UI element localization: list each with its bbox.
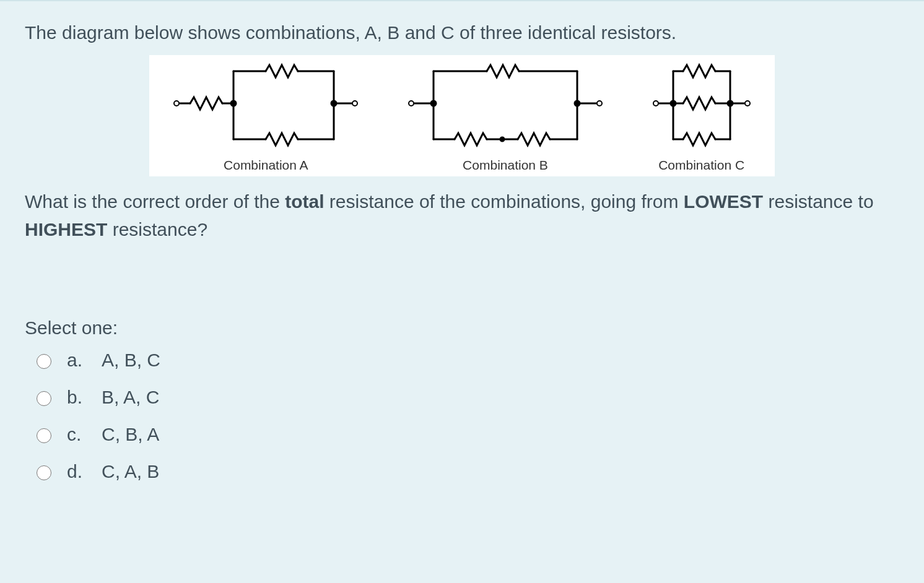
prompt-pre: What is the correct order of the xyxy=(25,191,285,212)
answers-block: Select one: a. A, B, C b. B, A, C c. C, … xyxy=(25,317,899,482)
combination-a-circuit xyxy=(173,60,359,153)
option-d-radio[interactable] xyxy=(37,465,51,480)
combination-a-caption: Combination A xyxy=(173,158,359,173)
combination-b-panel: Combination B xyxy=(406,60,604,173)
option-b-text: B, A, C xyxy=(102,387,159,408)
combination-c-panel: Combination C xyxy=(652,60,751,173)
combination-b-caption: Combination B xyxy=(406,158,604,173)
circuit-diagram-container: Combination A xyxy=(149,55,775,176)
svg-point-27 xyxy=(409,101,414,106)
svg-point-43 xyxy=(745,101,750,106)
svg-point-42 xyxy=(653,101,658,106)
svg-point-12 xyxy=(174,101,179,106)
combination-b-circuit xyxy=(406,60,604,153)
prompt-mid2: resistance to xyxy=(763,191,873,212)
option-a-text: A, B, C xyxy=(102,350,160,371)
option-c-letter: c. xyxy=(67,424,88,445)
combination-c-circuit xyxy=(652,60,751,153)
option-b[interactable]: b. B, A, C xyxy=(33,387,899,408)
svg-point-22 xyxy=(500,137,504,141)
select-one-label: Select one: xyxy=(25,317,899,339)
combination-a-panel: Combination A xyxy=(173,60,359,173)
prompt-end: resistance? xyxy=(107,219,207,240)
prompt-bold-lowest: LOWEST xyxy=(684,191,763,212)
question-page: The diagram below shows combinations, A,… xyxy=(0,0,924,583)
svg-point-28 xyxy=(597,101,602,106)
option-d-text: C, A, B xyxy=(102,461,159,482)
option-a-radio[interactable] xyxy=(37,354,51,369)
question-prompt: What is the correct order of the total r… xyxy=(25,188,899,243)
prompt-bold-highest: HIGHEST xyxy=(25,219,107,240)
prompt-bold-total: total xyxy=(285,191,324,212)
option-c[interactable]: c. C, B, A xyxy=(33,424,899,445)
option-c-radio[interactable] xyxy=(37,428,51,443)
question-intro: The diagram below shows combinations, A,… xyxy=(25,19,899,46)
option-c-text: C, B, A xyxy=(102,424,159,445)
option-d[interactable]: d. C, A, B xyxy=(33,461,899,482)
svg-point-13 xyxy=(352,101,357,106)
option-a-letter: a. xyxy=(67,350,88,371)
option-a[interactable]: a. A, B, C xyxy=(33,350,899,371)
option-b-letter: b. xyxy=(67,387,88,408)
option-b-radio[interactable] xyxy=(37,391,51,406)
option-d-letter: d. xyxy=(67,461,88,482)
combination-c-caption: Combination C xyxy=(652,158,751,173)
prompt-mid: resistance of the combinations, going fr… xyxy=(325,191,684,212)
